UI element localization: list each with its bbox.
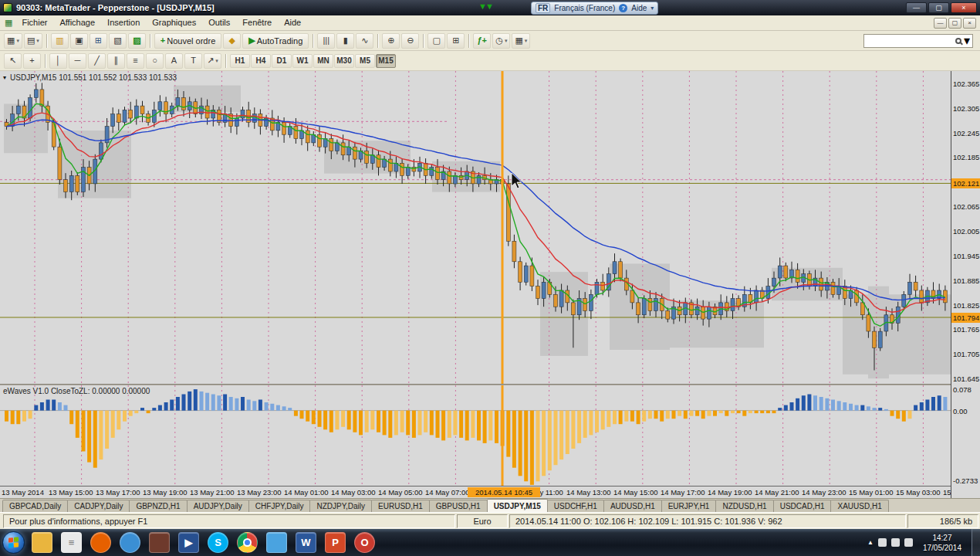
search-input[interactable]: [867, 36, 953, 46]
market-watch-button[interactable]: ▥: [51, 33, 69, 49]
crosshair-button[interactable]: +: [23, 53, 41, 69]
language-badge[interactable]: FR: [536, 3, 550, 13]
trendline-button[interactable]: ╱: [88, 53, 106, 69]
menu-insertion[interactable]: Insertion: [101, 15, 146, 30]
search-caret-icon[interactable]: ▾: [964, 33, 970, 48]
taskbar-skype-icon[interactable]: S: [208, 532, 228, 553]
start-button[interactable]: [2, 531, 25, 554]
horizontal-line-button[interactable]: ─: [69, 53, 86, 69]
chart-menu-icon[interactable]: ▦: [5, 18, 12, 28]
bar-chart-button[interactable]: |||: [317, 33, 335, 49]
chart-tab[interactable]: USDJPY,M15: [487, 499, 548, 512]
minimize-button[interactable]: —: [906, 2, 927, 13]
tray-expand-icon[interactable]: ▲: [867, 539, 874, 546]
title-bar[interactable]: 90303: MetaTrader - Pepperstone - [USDJP…: [0, 0, 980, 15]
menu-fichier[interactable]: Fichier: [15, 15, 53, 30]
taskbar-media-icon[interactable]: [149, 532, 170, 553]
taskbar-browser-icon[interactable]: O: [354, 532, 375, 553]
taskbar-firefox-icon[interactable]: [90, 532, 111, 553]
tray-network-icon[interactable]: [891, 538, 900, 547]
shapes-button[interactable]: ○: [146, 53, 164, 69]
language-options-icon[interactable]: ▾: [651, 5, 654, 12]
vertical-line-button[interactable]: │: [49, 53, 67, 69]
chart-window[interactable]: ▾ USDJPY,M15 101.551 101.552 101.533 101…: [0, 71, 951, 498]
chart-tab[interactable]: XAUUSD,H1: [830, 500, 888, 512]
navigator-button[interactable]: ⊞: [90, 33, 107, 49]
search-icon[interactable]: [955, 38, 961, 44]
chart-tab[interactable]: NZDUSD,H1: [715, 500, 773, 512]
tile-windows-button[interactable]: ⊞: [447, 33, 465, 49]
taskbar-notepad-icon[interactable]: ≡: [61, 532, 82, 553]
taskbar-powerpoint-icon[interactable]: P: [325, 532, 346, 553]
new-order-button[interactable]: +Nouvel ordre: [154, 33, 221, 49]
chart-tab[interactable]: CADJPY,Daily: [67, 500, 130, 512]
time-axis[interactable]: 2014.05.14 10:45 13 May 201413 May 15:00…: [0, 486, 951, 498]
label-button[interactable]: T: [184, 53, 202, 69]
timeframe-h4-button[interactable]: H4: [251, 54, 271, 68]
maximize-button[interactable]: ▢: [928, 2, 949, 13]
terminal-button[interactable]: ▧: [109, 33, 127, 49]
chart-tab[interactable]: GBPUSD,H1: [429, 500, 488, 512]
line-chart-button[interactable]: ∿: [356, 33, 373, 49]
menu-affichage[interactable]: Affichage: [53, 15, 101, 30]
data-window-button[interactable]: ▣: [70, 33, 88, 49]
menu-aide[interactable]: Aide: [278, 15, 307, 30]
indicator-pane[interactable]: eWaves V1.0 CloseToZL: 0.00000 0.00000: [0, 385, 951, 486]
timeframe-h1-button[interactable]: H1: [230, 54, 250, 68]
search-box[interactable]: ▾: [863, 34, 973, 48]
chart-tab[interactable]: EURJPY,H1: [661, 500, 717, 512]
taskbar-clock[interactable]: 14:27 17/05/2014: [923, 533, 961, 553]
indicators-button[interactable]: ƒ+: [473, 33, 491, 49]
taskbar-chrome-icon[interactable]: [237, 532, 258, 553]
profiles-button[interactable]: ▤▾: [24, 33, 42, 49]
candlestick-button[interactable]: ▮: [336, 33, 354, 49]
price-chart-canvas[interactable]: [0, 71, 951, 384]
price-scale[interactable]: 102.121 101.794 102.365102.305102.245102…: [951, 71, 980, 498]
chart-tab[interactable]: CHFJPY,Daily: [248, 500, 311, 512]
chart-tab[interactable]: EURUSD,H1: [371, 500, 430, 512]
timeframe-m5-button[interactable]: M5: [355, 54, 375, 68]
cascade-windows-button[interactable]: ▢: [427, 33, 445, 49]
zoom-in-button[interactable]: ⊕: [382, 33, 400, 49]
chart-tab[interactable]: AUDUSD,H1: [603, 500, 662, 512]
chart-tab[interactable]: GBPCAD,Daily: [2, 500, 68, 512]
timeframe-m30-button[interactable]: M30: [334, 54, 354, 68]
zoom-out-button[interactable]: ⊖: [401, 33, 419, 49]
timeframe-d1-button[interactable]: D1: [272, 54, 292, 68]
tray-language-icon[interactable]: [878, 538, 887, 547]
autotrading-button[interactable]: ▶AutoTrading: [242, 33, 309, 49]
menu-fenêtre[interactable]: Fenêtre: [236, 15, 278, 30]
arrows-button[interactable]: ↗▾: [204, 53, 221, 69]
chart-tab[interactable]: AUDJPY,Daily: [187, 500, 249, 512]
periods-button[interactable]: ◷▾: [492, 33, 510, 49]
show-desktop-button[interactable]: [972, 529, 980, 556]
channel-button[interactable]: ∥: [107, 53, 125, 69]
expert-advisors-button[interactable]: ◆: [223, 33, 241, 49]
taskbar-player-icon[interactable]: ▶: [178, 532, 199, 553]
taskbar-explorer-icon[interactable]: [32, 532, 52, 553]
taskbar-windows-app-icon[interactable]: [266, 532, 287, 553]
language-label[interactable]: Français (France): [554, 4, 615, 12]
tray-volume-icon[interactable]: [904, 538, 913, 547]
close-button[interactable]: ×: [951, 2, 977, 13]
templates-button[interactable]: ▦▾: [512, 33, 530, 49]
mdi-minimize-button[interactable]: —: [934, 18, 947, 29]
help-icon[interactable]: ?: [619, 4, 627, 12]
timeframe-w1-button[interactable]: W1: [292, 54, 313, 68]
taskbar-word-icon[interactable]: W: [296, 532, 316, 553]
language-help-label[interactable]: Aide: [631, 4, 647, 12]
menu-graphiques[interactable]: Graphiques: [146, 15, 202, 30]
chart-tab[interactable]: USDCAD,H1: [773, 500, 832, 512]
timeframe-mn-button[interactable]: MN: [313, 54, 333, 68]
fibonacci-button[interactable]: ≡: [127, 53, 144, 69]
indicator-canvas[interactable]: [0, 385, 951, 486]
chart-tab[interactable]: NZDJPY,Daily: [309, 500, 372, 512]
mdi-close-button[interactable]: ×: [963, 18, 976, 29]
new-chart-button[interactable]: ▦▾: [4, 33, 22, 49]
timeframe-m15-button[interactable]: M15: [376, 54, 396, 68]
status-profile[interactable]: Euro: [457, 514, 508, 528]
cursor-button[interactable]: ↖: [4, 53, 22, 69]
taskbar-messenger-icon[interactable]: [120, 532, 140, 553]
main-chart-pane[interactable]: ▾ USDJPY,M15 101.551 101.552 101.533 101…: [0, 71, 951, 384]
chart-tab[interactable]: GBPNZD,H1: [129, 500, 187, 512]
